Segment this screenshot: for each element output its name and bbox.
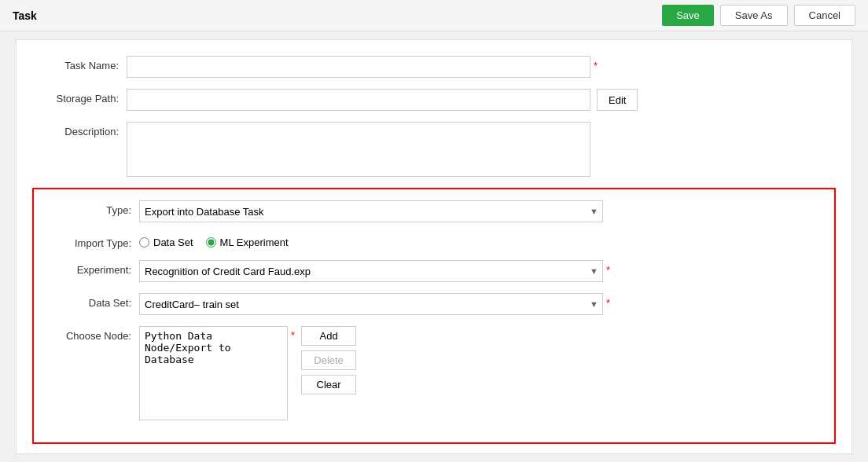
page-title: Task: [13, 9, 37, 22]
storage-path-label: Storage Path:: [32, 89, 127, 104]
choose-node-required: *: [291, 329, 295, 341]
cancel-button[interactable]: Cancel: [794, 5, 855, 26]
type-select[interactable]: Export into Database Task: [139, 200, 603, 222]
delete-button[interactable]: Delete: [301, 350, 356, 370]
clear-button[interactable]: Clear: [301, 375, 356, 394]
dataset-select[interactable]: CreditCard– train set: [139, 293, 603, 315]
task-name-label: Task Name:: [32, 56, 127, 72]
dataset-row: Data Set: CreditCard– train set ▼ *: [45, 293, 823, 315]
task-name-required: *: [594, 56, 598, 72]
experiment-select[interactable]: Recognition of Credit Card Faud.exp: [139, 260, 603, 282]
type-label: Type:: [45, 200, 139, 216]
radio-dataset-text: Data Set: [153, 236, 193, 248]
radio-mlexperiment-label[interactable]: ML Experiment: [206, 236, 289, 248]
experiment-row: Experiment: Recognition of Credit Card F…: [45, 260, 823, 282]
header-buttons: Save Save As Cancel: [662, 5, 855, 26]
save-button[interactable]: Save: [662, 5, 714, 26]
experiment-select-wrapper: Recognition of Credit Card Faud.exp ▼: [139, 260, 603, 282]
radio-mlexperiment[interactable]: [206, 237, 216, 248]
choose-node-textarea[interactable]: Python Data Node/Export to Database: [139, 326, 288, 420]
node-action-buttons: Add Delete Clear: [301, 326, 356, 394]
radio-dataset-label[interactable]: Data Set: [139, 236, 193, 248]
import-type-label: Import Type:: [45, 233, 139, 249]
dataset-select-wrapper: CreditCard– train set ▼: [139, 293, 603, 315]
edit-button[interactable]: Edit: [597, 89, 638, 111]
import-type-radio-group: Data Set ML Experiment: [139, 233, 289, 248]
choose-node-label: Choose Node:: [45, 326, 139, 342]
type-row: Type: Export into Database Task ▼: [45, 200, 823, 222]
type-select-wrapper: Export into Database Task ▼: [139, 200, 603, 222]
description-label: Description:: [32, 122, 127, 138]
dataset-required: *: [606, 293, 610, 309]
description-input[interactable]: [127, 122, 590, 177]
import-type-row: Import Type: Data Set ML Experiment: [45, 233, 823, 249]
choose-node-row: Choose Node: Python Data Node/Export to …: [45, 326, 823, 420]
main-content: Task Name: * Storage Path: Edit Descript…: [16, 39, 852, 454]
storage-path-row: Storage Path: Edit: [32, 89, 836, 111]
dataset-label: Data Set:: [45, 293, 139, 309]
radio-dataset[interactable]: [139, 237, 149, 248]
task-name-row: Task Name: *: [32, 56, 836, 78]
red-section: Type: Export into Database Task ▼ Import…: [32, 188, 836, 444]
choose-node-area: Python Data Node/Export to Database * Ad…: [139, 326, 356, 420]
save-as-button[interactable]: Save As: [720, 5, 788, 26]
storage-path-input[interactable]: [127, 89, 590, 111]
description-row: Description:: [32, 122, 836, 177]
header: Task Save Save As Cancel: [0, 0, 868, 31]
experiment-required: *: [606, 260, 610, 276]
experiment-label: Experiment:: [45, 260, 139, 276]
add-button[interactable]: Add: [301, 326, 356, 346]
task-name-input[interactable]: [127, 56, 590, 78]
radio-mlexperiment-text: ML Experiment: [220, 236, 289, 248]
